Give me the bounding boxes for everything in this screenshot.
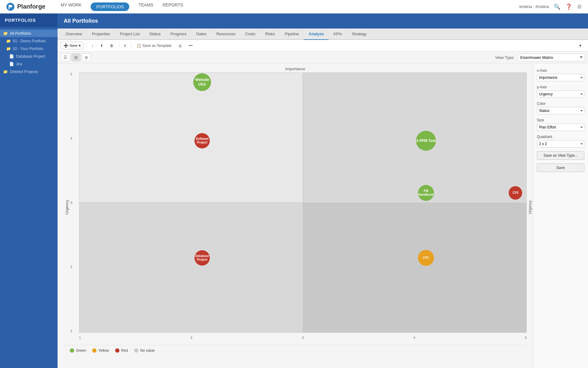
tab-bar: Overview Properties Project List Status … xyxy=(58,29,588,40)
save-button[interactable]: Save xyxy=(537,163,584,172)
view-type-control: View Type: Eisenhower Matrix Bubble Char… xyxy=(495,54,585,61)
sidebar-tree: 📁 All Portfolios 📁 01 - Demo Portfolio 📁… xyxy=(0,27,58,368)
move-button[interactable]: ↕ xyxy=(89,42,96,49)
size-select[interactable]: Plan Effort xyxy=(537,124,584,131)
color-select[interactable]: Status xyxy=(537,107,584,114)
tab-progress[interactable]: Progress xyxy=(166,29,191,40)
tab-dates[interactable]: Dates xyxy=(191,29,212,40)
tab-project-list[interactable]: Project List xyxy=(115,29,144,40)
bubble-software-project[interactable]: Software Project xyxy=(194,133,210,148)
new-label: New xyxy=(70,43,77,48)
grid-view-toggle[interactable]: ⊞ xyxy=(71,53,81,61)
urgency-side-label: Urgency xyxy=(528,200,532,214)
new-button[interactable]: ➕ New ▾ xyxy=(61,42,84,49)
nav-mywork[interactable]: MY WORK xyxy=(61,2,81,11)
file-icon: 📄 xyxy=(9,62,14,66)
list-view-toggle[interactable]: ☰ xyxy=(61,53,70,61)
legend-label-yellow: Yellow xyxy=(98,348,109,353)
sidebar-item-demo-portfolio[interactable]: 📁 01 - Demo Portfolio xyxy=(0,37,58,45)
search-icon-btn[interactable]: 🔍 xyxy=(554,3,560,10)
view-controls: ☰ ⊞ ⊛ View Type: Eisenhower Matrix Bubbl… xyxy=(58,52,588,63)
y-tick-1: 1 xyxy=(70,329,72,333)
delete-button[interactable]: 🗑 xyxy=(107,42,116,49)
tab-analyze[interactable]: Analyze xyxy=(304,29,329,40)
bubble-pm-handbook[interactable]: PM Handbook xyxy=(418,185,434,201)
toolbar: ➕ New ▾ ↕ ⬆ 🗑 ℹ 📋 Save as Template 🖨 •••… xyxy=(58,40,588,52)
sidebar-item-all-portfolios[interactable]: 📁 All Portfolios xyxy=(0,29,58,37)
sidebar-item-label: Jira xyxy=(16,62,22,66)
y-ticks: 5 4 3 2 1 xyxy=(70,72,72,333)
bubble-cp2[interactable]: CP2 xyxy=(509,186,522,200)
quadrant-panel-label: Quadrant xyxy=(537,135,584,139)
size-field: Size Plan Effort xyxy=(537,118,584,131)
tab-strategy[interactable]: Strategy xyxy=(347,29,371,40)
bubble-container: Website USASoftware Project4 PPM ToolPM … xyxy=(79,72,527,333)
content-header: All Portfolios xyxy=(58,13,588,29)
save-as-view-type-button[interactable]: Save as View Type... xyxy=(537,151,584,160)
tab-pipeline[interactable]: Pipeline xyxy=(280,29,304,40)
help-icon-btn[interactable]: ❓ xyxy=(565,3,572,10)
print-button[interactable]: 🖨 xyxy=(175,42,185,49)
copy-button[interactable]: ⬆ xyxy=(97,42,106,49)
y-axis-field: y-Axis Urgency Importance Plan Effort xyxy=(537,85,584,98)
tab-resources[interactable]: Resources xyxy=(212,29,240,40)
sidebar-header: PORTFOLIOS xyxy=(0,13,58,27)
logo: Planforge xyxy=(6,2,45,11)
logo-text: Planforge xyxy=(17,3,45,10)
nav-teams[interactable]: TEAMS xyxy=(138,2,153,11)
dropdown-icon: ▾ xyxy=(79,43,81,48)
folder-icon: 📁 xyxy=(6,46,11,51)
chart-inner: Website USASoftware Project4 PPM ToolPM … xyxy=(79,72,527,342)
sidebar-item-your-portfolio[interactable]: 📁 02 - Your Portfolio xyxy=(0,45,58,52)
toolbar-divider-3 xyxy=(131,43,131,49)
bubble-view-toggle[interactable]: ⊛ xyxy=(82,53,91,61)
tab-properties[interactable]: Properties xyxy=(87,29,115,40)
toolbar-divider-2 xyxy=(119,43,119,49)
x-axis-title: Importance xyxy=(64,67,527,71)
sidebar-item-label: Deleted Projects xyxy=(10,70,38,74)
sidebar-item-database-project[interactable]: 📄 Database Project xyxy=(0,52,58,60)
nav-portfolios[interactable]: PORTFOLIOS xyxy=(91,2,129,11)
tab-kpis[interactable]: KPIs xyxy=(329,29,347,40)
plus-icon: ➕ xyxy=(63,43,68,48)
tab-overview[interactable]: Overview xyxy=(61,29,87,40)
logo-icon xyxy=(6,2,15,11)
quadrant-field: Quadrant 2 x 2 3 x 3 xyxy=(537,135,584,148)
sidebar: PORTFOLIOS 📁 All Portfolios 📁 01 - Demo … xyxy=(0,13,58,368)
tab-risks[interactable]: Risks xyxy=(260,29,280,40)
x-axis-select[interactable]: Importance Urgency Plan Effort xyxy=(537,74,584,81)
file-icon: 📄 xyxy=(9,54,14,59)
nav-reports[interactable]: REPORTS xyxy=(163,2,183,11)
quadrant-select[interactable]: 2 x 2 3 x 3 xyxy=(537,140,584,148)
x-tick-4: 4 xyxy=(413,336,415,339)
bubble-4-ppm-tool[interactable]: 4 PPM Tool xyxy=(416,131,436,151)
tab-status[interactable]: Status xyxy=(145,29,166,40)
legend-item-yellow: Yellow xyxy=(92,348,109,353)
legend-label-green: Green xyxy=(76,348,86,353)
save-as-template-button[interactable]: 📋 Save as Template xyxy=(134,42,174,49)
legend-item-novalue: No value xyxy=(134,348,155,353)
bubble-website-usa[interactable]: Website USA xyxy=(193,73,211,91)
view-type-select[interactable]: Eisenhower Matrix Bubble Chart Bar Chart xyxy=(518,54,585,61)
x-tick-2: 2 xyxy=(190,336,192,339)
main-layout: PORTFOLIOS 📁 All Portfolios 📁 01 - Demo … xyxy=(0,13,588,368)
sidebar-item-jira[interactable]: 📄 Jira xyxy=(0,60,58,68)
y-axis-label: Urgency xyxy=(64,72,70,342)
view-type-label: View Type: xyxy=(495,55,514,60)
x-axis-panel-label: x-Axis xyxy=(537,68,584,73)
sidebar-item-label: All Portfolios xyxy=(10,31,31,36)
bubble-database-project[interactable]: Database Project xyxy=(194,250,210,266)
tab-costs[interactable]: Costs xyxy=(240,29,260,40)
sidebar-item-deleted-projects[interactable]: 📁 Deleted Projects xyxy=(0,68,58,75)
more-button[interactable]: ••• xyxy=(186,42,195,49)
right-panel: x-Axis Importance Urgency Plan Effort y-… xyxy=(533,63,588,368)
settings-icon-btn[interactable]: ⚙ xyxy=(577,3,582,10)
folder-icon: 📁 xyxy=(6,39,11,43)
info-button[interactable]: ℹ xyxy=(122,42,129,49)
sidebar-item-label: Database Project xyxy=(16,54,45,59)
filter-button[interactable]: ▼ xyxy=(576,42,585,49)
user-label: kristina - Kristina xyxy=(519,4,549,9)
bubble-cp1[interactable]: CP1 xyxy=(418,250,434,266)
y-axis-select[interactable]: Urgency Importance Plan Effort xyxy=(537,90,584,98)
legend-item-red: Red xyxy=(115,348,128,353)
